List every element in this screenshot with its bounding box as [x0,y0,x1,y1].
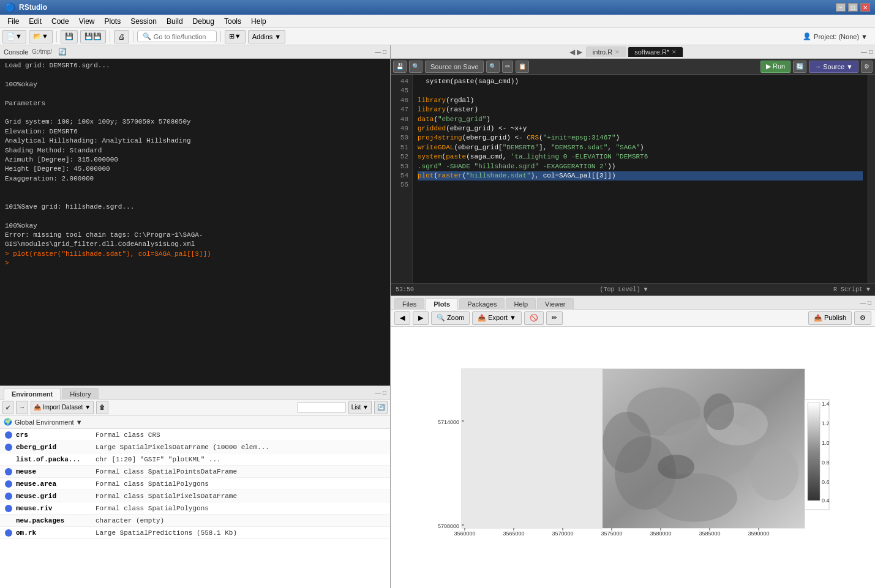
tab-software-r[interactable]: software.R* ✕ [628,47,683,57]
plots-delete-button[interactable]: 🚫 [524,311,544,325]
tab-help[interactable]: Help [506,298,536,310]
editor-code-button[interactable]: ✏ [502,61,513,73]
tab-environment[interactable]: Environment [4,388,61,400]
tab-intro-r-close[interactable]: ✕ [615,49,620,55]
project-selector[interactable]: 👤 Project: (None) ▼ [803,32,873,40]
env-load-button[interactable]: → [16,401,28,414]
save-button[interactable]: 💾 [61,30,78,43]
editor-settings-button[interactable]: ⚙ [861,61,873,73]
env-row-value: character (empty) [96,517,385,524]
env-search-input[interactable] [297,402,346,413]
svg-text:3580000: 3580000 [650,530,671,537]
editor-maximize-button[interactable]: □ [869,48,873,55]
editor-back-button[interactable]: ◀ [569,48,575,56]
menu-item-plots[interactable]: Plots [100,16,126,27]
tab-software-r-close[interactable]: ✕ [672,49,677,55]
line-numbers: 4445464748 4950515253 5455 [391,75,413,283]
plots-zoom-button[interactable]: 🔍 Zoom [431,311,470,325]
editor-panel-controls: — □ [861,48,873,55]
editor-scrollbar[interactable] [868,75,875,283]
right-panel: ◀ ▶ intro.R ✕ software.R* ✕ — □ 💾 🔍 [391,45,875,588]
editor-search-button[interactable]: 🔍 [409,61,422,73]
menu-item-tools[interactable]: Tools [219,16,246,27]
plots-publish-button[interactable]: 📤 Publish [808,311,852,325]
tab-packages[interactable]: Packages [459,298,505,310]
plots-settings-button[interactable]: ⚙ [854,311,871,325]
plot-area: 5708000 5714000 3560000 3565000 3570000 … [391,327,875,588]
plots-prev-button[interactable]: ◀ [394,311,410,325]
source-on-save-button[interactable]: Source on Save [425,61,484,73]
plots-next-button[interactable]: ▶ [413,311,429,325]
menu-item-help[interactable]: Help [246,16,271,27]
code-area[interactable]: system(paste(saga_cmd)) library(rgdal) l… [413,75,868,283]
tab-viewer[interactable]: Viewer [537,298,573,310]
import-dataset-button[interactable]: 📥 Import Dataset ▼ [31,401,94,414]
editor-save-button[interactable]: 💾 [393,61,407,73]
menu-item-session[interactable]: Session [126,16,162,27]
code-level: (Top Level) ▼ [599,286,647,293]
menu-item-code[interactable]: Code [47,16,74,27]
env-controls: — □ [375,389,386,396]
env-row-name: crs [16,431,96,439]
svg-text:3565000: 3565000 [503,530,524,537]
tab-files[interactable]: Files [394,298,424,310]
close-button[interactable]: ✕ [860,3,870,12]
console-line [5,184,385,193]
editor-nav-controls: ◀ ▶ [569,48,582,56]
menu-item-build[interactable]: Build [162,16,188,27]
files-minimize-button[interactable]: — [860,299,866,306]
editor-content[interactable]: 4445464748 4950515253 5455 system(paste(… [391,75,875,283]
env-refresh-button[interactable]: 🔄 [374,401,388,414]
env-row-meuse: meuse Formal class SpatialPointsDataFram… [0,466,390,478]
tab-software-r-label: software.R* [634,48,669,56]
minimize-button[interactable]: − [836,3,846,12]
save-all-button[interactable]: 💾💾 [80,30,106,43]
run-button[interactable]: ▶ Run [760,61,791,73]
svg-text:1.0: 1.0 [822,440,830,446]
env-panel: Environment History — □ ↙ → 📥 Import Dat… [0,386,390,588]
source-button[interactable]: → Source ▼ [809,61,858,73]
re-run-button[interactable]: 🔄 [793,61,806,73]
console-minimize-button[interactable]: — [375,48,381,55]
editor-panel: ◀ ▶ intro.R ✕ software.R* ✕ — □ 💾 🔍 [391,45,875,296]
env-filter-label[interactable]: Global Environment ▼ [15,419,83,426]
goto-file-input[interactable]: 🔍 Go to file/function [137,31,217,42]
grid-button[interactable]: ⊞▼ [225,30,246,43]
env-row-value: Formal class CRS [96,431,385,439]
menu-item-edit[interactable]: Edit [24,16,47,27]
print-button[interactable]: 🖨 [114,30,129,43]
maximize-button[interactable]: □ [848,3,858,12]
svg-text:1.2: 1.2 [822,420,830,426]
console-line: 101%Save grid: hillshade.sgrd... [5,203,385,212]
tab-history[interactable]: History [62,388,99,400]
console-prompt-line: > plot(raster("hillshade.sdat"), col=SAG… [5,250,385,259]
addins-button[interactable]: Addins ▼ [248,30,286,43]
env-save-button[interactable]: ↙ [2,401,13,414]
editor-minimize-button[interactable]: — [861,48,867,55]
code-line-55 [418,190,863,199]
console-line: Error: missing tool chain tags: C:\Progr… [5,231,385,250]
menu-item-file[interactable]: File [2,16,24,27]
console-line: 100%okay [5,221,385,231]
editor-copy-button[interactable]: 📋 [516,61,529,73]
menu-item-debug[interactable]: Debug [188,16,219,27]
main-layout: Console G:/tmp/ 🔄 — □ Load grid: DEMSRT6… [0,45,875,588]
clear-env-button[interactable]: 🗑 [96,401,108,414]
plots-clear-button[interactable]: ✏ [546,311,563,325]
new-file-button[interactable]: 📄▼ [2,30,26,43]
env-maximize-button[interactable]: □ [383,389,386,396]
env-minimize-button[interactable]: — [375,389,381,396]
env-list-button[interactable]: List ▼ [348,401,372,414]
tab-intro-r[interactable]: intro.R ✕ [586,47,626,57]
console-content[interactable]: Load grid: DEMSRT6.sgrd... 100%okay Para… [0,59,390,385]
title-bar: 🔵 RStudio − □ ✕ [0,0,875,15]
env-toolbar: ↙ → 📥 Import Dataset ▼ 🗑 List ▼ 🔄 [0,400,390,415]
console-maximize-button[interactable]: □ [383,48,386,55]
open-file-button[interactable]: 📂▼ [29,30,53,43]
files-maximize-button[interactable]: □ [868,299,871,306]
editor-find-button[interactable]: 🔍 [486,61,500,73]
editor-forward-button[interactable]: ▶ [577,48,582,56]
tab-plots[interactable]: Plots [426,298,458,310]
plots-export-button[interactable]: 📤 Export ▼ [472,311,522,325]
menu-item-view[interactable]: View [74,16,100,27]
